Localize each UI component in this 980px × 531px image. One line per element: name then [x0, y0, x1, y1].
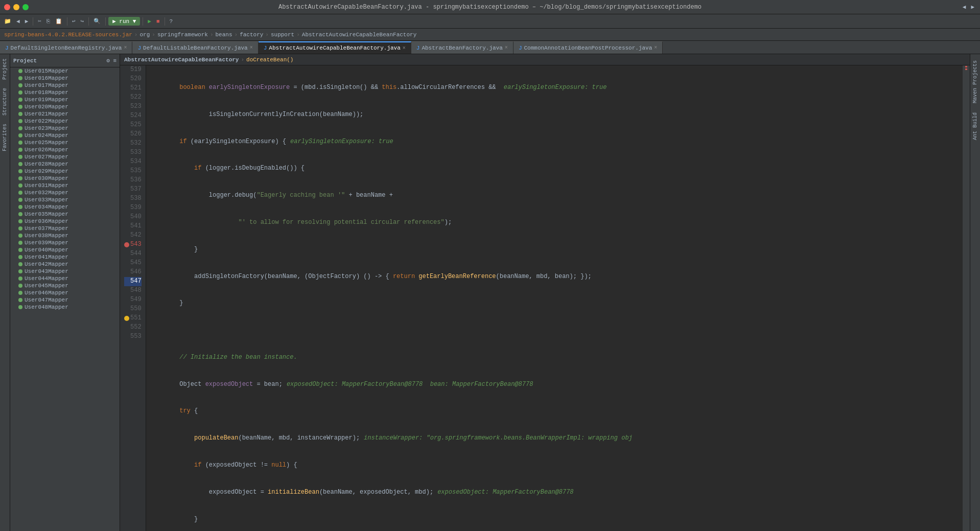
minimize-button[interactable] — [13, 4, 19, 10]
code-line-520: isSingletonCurrentlyInCreation(beanName)… — [150, 110, 959, 120]
traffic-lights — [4, 4, 29, 10]
vtab-project[interactable]: Project — [1, 54, 9, 84]
tree-item-user042mapper[interactable]: User042Mapper — [10, 261, 120, 268]
ln-521: 521 — [124, 84, 142, 93]
vtab-structure[interactable]: Structure — [1, 84, 9, 120]
forward-icon[interactable]: ▶ — [969, 3, 976, 11]
close-button[interactable] — [4, 4, 10, 10]
tree-item-user033mapper[interactable]: User033Mapper — [10, 196, 120, 203]
bc-factory[interactable]: factory — [240, 32, 263, 38]
tree-item-user034mapper[interactable]: User034Mapper — [10, 203, 120, 211]
tree-item-user032mapper[interactable]: User032Mapper — [10, 189, 120, 196]
vtab-favorites[interactable]: Favorites — [1, 120, 9, 155]
tree-item-user039mapper[interactable]: User039Mapper — [10, 239, 120, 246]
stop-btn[interactable]: ■ — [154, 17, 162, 26]
tree-item-user031mapper[interactable]: User031Mapper — [10, 182, 120, 189]
paste-btn[interactable]: 📋 — [53, 17, 64, 26]
ln-542: 542 — [124, 231, 142, 240]
ln-536: 536 — [124, 176, 142, 185]
tree-item-user041mapper[interactable]: User041Mapper — [10, 253, 120, 261]
sep3 — [88, 17, 89, 26]
nav-forward[interactable]: ▶ — [23, 17, 31, 26]
copy-btn[interactable]: ⎘ — [44, 17, 52, 26]
tree-item-user040mapper[interactable]: User040Mapper — [10, 246, 120, 253]
debug-run-btn[interactable]: ▶ — [146, 17, 153, 26]
tree-item-user018mapper[interactable]: User018Mapper — [10, 89, 120, 96]
code-container[interactable]: 519 520 521 522 523 524 525 526 532 533 … — [120, 65, 970, 531]
sg-marker-1 — [965, 66, 967, 67]
bc-org[interactable]: org — [139, 32, 150, 38]
tree-item-user021mapper[interactable]: User021Mapper — [10, 110, 120, 118]
tab-close-5[interactable]: × — [654, 45, 657, 51]
sg-marker-2 — [965, 68, 967, 70]
code-lines[interactable]: boolean earlySingletonExposure = (mbd.is… — [146, 65, 963, 531]
tree-item-user017mapper[interactable]: User017Mapper — [10, 82, 120, 89]
tree-item-user029mapper[interactable]: User029Mapper — [10, 168, 120, 175]
tree-item-user016mapper[interactable]: User016Mapper — [10, 75, 120, 82]
bc-springframework[interactable]: springframework — [157, 32, 208, 38]
tab-default-singleton[interactable]: J DefaultSingletonBeanRegistry.java × — [0, 41, 132, 54]
tree-item-user037mapper[interactable]: User037Mapper — [10, 225, 120, 232]
title-toolbar: ◀ ▶ — [961, 3, 976, 11]
tree-item-user044mapper[interactable]: User044Mapper — [10, 275, 120, 282]
back-icon[interactable]: ◀ — [961, 3, 968, 11]
tab-abstract-autowire[interactable]: J AbstractAutowireCapableBeanFactory.jav… — [259, 41, 411, 54]
maximize-button[interactable] — [22, 4, 29, 10]
search-btn[interactable]: 🔍 — [91, 17, 103, 26]
tree-item-user015mapper[interactable]: User015Mapper — [10, 67, 120, 75]
tab-abstract-bean[interactable]: J AbstractBeanFactory.java × — [411, 41, 514, 54]
tree-item-user047mapper[interactable]: User047Mapper — [10, 296, 120, 304]
tree-item-user030mapper[interactable]: User030Mapper — [10, 175, 120, 182]
tree-item-user022mapper[interactable]: User022Mapper — [10, 118, 120, 125]
tree-item-user048mapper[interactable]: User048Mapper — [10, 304, 120, 311]
tree-item-user028mapper[interactable]: User028Mapper — [10, 160, 120, 168]
bc-class[interactable]: AbstractAutowireCapableBeanFactory — [302, 32, 416, 38]
code-line-521: if (earlySingletonExposure) {earlySingle… — [150, 137, 959, 146]
tree-item-user019mapper[interactable]: User019Mapper — [10, 96, 120, 103]
ln-548: 548 — [124, 286, 142, 295]
vtab-ant[interactable]: Ant Build — [971, 108, 979, 144]
bc-beans[interactable]: beans — [216, 32, 232, 38]
tree-item-user035mapper[interactable]: User035Mapper — [10, 211, 120, 218]
tree-item-user045mapper[interactable]: User045Mapper — [10, 282, 120, 289]
redo-btn[interactable]: ↪ — [79, 17, 86, 26]
tab-label-5: CommonAnnotationBeanPostProcessor.java — [524, 45, 652, 51]
editor-bc-method: doCreateBean() — [246, 57, 293, 63]
bc-support[interactable]: support — [271, 32, 294, 38]
tree-item-user036mapper[interactable]: User036Mapper — [10, 218, 120, 225]
tree-item-user020mapper[interactable]: User020Mapper — [10, 103, 120, 110]
tab-close-1[interactable]: × — [124, 45, 127, 51]
code-line-519: boolean earlySingletonExposure = (mbd.is… — [150, 83, 959, 93]
help-btn[interactable]: ? — [168, 17, 175, 26]
ln-534: 534 — [124, 157, 142, 167]
tree-item-user027mapper[interactable]: User027Mapper — [10, 153, 120, 160]
tree-item-user025mapper[interactable]: User025Mapper — [10, 139, 120, 146]
undo-btn[interactable]: ↩ — [70, 17, 78, 26]
tab-close-4[interactable]: × — [505, 45, 508, 51]
editor-breadcrumb: AbstractAutowireCapableBeanFactory › doC… — [120, 54, 970, 65]
bc-jar[interactable]: spring-beans-4.0.2.RELEASE-sources.jar — [4, 32, 132, 38]
run-button[interactable]: ▶ run ▼ — [108, 17, 140, 26]
tree-item-user038mapper[interactable]: User038Mapper — [10, 232, 120, 239]
tree-item-user043mapper[interactable]: User043Mapper — [10, 268, 120, 275]
menu-file[interactable]: 📁 — [2, 17, 13, 26]
vtab-maven[interactable]: Maven Projects — [971, 56, 979, 107]
ln-522: 522 — [124, 93, 142, 102]
ln-540: 540 — [124, 213, 142, 222]
nav-back[interactable]: ◀ — [14, 17, 22, 26]
code-line-526: addSingletonFactory(beanName, (ObjectFac… — [150, 272, 959, 281]
tab-common-annotation[interactable]: J CommonAnnotationBeanPostProcessor.java… — [514, 41, 663, 54]
tab-icon-2: J — [137, 45, 141, 51]
tab-default-listable[interactable]: J DefaultListableBeanFactory.java × — [132, 41, 258, 54]
sep1 — [33, 17, 33, 26]
scroll-gutter[interactable] — [963, 65, 970, 531]
cut-btn[interactable]: ✂ — [36, 17, 43, 26]
tab-close-2[interactable]: × — [250, 45, 253, 51]
tree-item-user046mapper[interactable]: User046Mapper — [10, 289, 120, 296]
tree-item-user024mapper[interactable]: User024Mapper — [10, 132, 120, 139]
tree-item-user023mapper[interactable]: User023Mapper — [10, 125, 120, 132]
tab-close-3[interactable]: × — [403, 45, 406, 51]
tree-item-user026mapper[interactable]: User026Mapper — [10, 146, 120, 153]
ln-551: 551 — [124, 314, 142, 323]
sidebar-controls[interactable]: ⚙ ≡ — [106, 57, 116, 64]
